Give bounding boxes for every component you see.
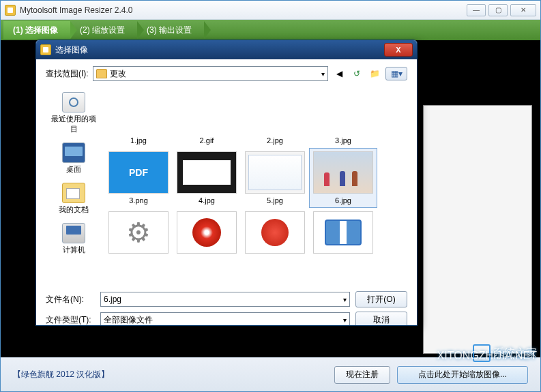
- step-3[interactable]: (3) 输出设置: [137, 21, 204, 39]
- dialog-titlebar[interactable]: 选择图像 X: [36, 40, 417, 59]
- places-bar: 最近使用的项目 桌面 我的文档 计算机: [46, 88, 102, 286]
- filetype-select[interactable]: 全部图像文件 ▾: [100, 312, 350, 326]
- step-toolbar: (1) 选择图像 (2) 缩放设置 (3) 输出设置: [1, 20, 540, 40]
- up-icon[interactable]: ↺: [350, 67, 364, 80]
- file-thumbnail: [108, 211, 169, 254]
- file-label: 1.jpg: [108, 136, 169, 145]
- file-item[interactable]: [241, 208, 309, 260]
- dropdown-icon[interactable]: ▾: [343, 296, 347, 303]
- app-title: Mytoolsoft Image Resizer 2.4.0: [20, 5, 467, 15]
- place-docs[interactable]: 我的文档: [49, 183, 98, 215]
- file-item[interactable]: [309, 208, 377, 260]
- dropdown-icon[interactable]: ▾: [343, 316, 347, 324]
- dialog-body: 查找范围(I): 更改 ▾ ◀ ↺ 📁 ▦▾ 最近使用的项目 桌面: [36, 59, 417, 286]
- step-1[interactable]: (1) 选择图像: [3, 21, 70, 39]
- file-grid: 1.jpg2.gif2.jpg3.jpg3.png4.jpg5.jpg6.jpg: [102, 88, 407, 260]
- folder-select[interactable]: 更改 ▾: [93, 66, 328, 81]
- file-thumbnail: [245, 91, 305, 134]
- file-thumbnail: [108, 151, 169, 194]
- documents-icon: [62, 183, 85, 203]
- file-thumbnail: [245, 211, 305, 254]
- file-area[interactable]: 1.jpg2.gif2.jpg3.jpg3.png4.jpg5.jpg6.jpg: [102, 88, 407, 286]
- file-thumbnail: [177, 91, 237, 134]
- close-button[interactable]: ✕: [510, 4, 536, 16]
- file-thumbnail: [245, 151, 305, 194]
- filetype-label: 文件类型(T):: [46, 314, 95, 326]
- open-button[interactable]: 打开(O): [355, 291, 407, 307]
- back-icon[interactable]: ◀: [332, 67, 346, 80]
- new-folder-icon[interactable]: 📁: [368, 67, 381, 80]
- file-label: 3.jpg: [312, 136, 374, 145]
- file-label: 6.jpg: [312, 196, 374, 205]
- file-thumbnail: [313, 211, 373, 254]
- folder-icon: [96, 69, 107, 78]
- filename-value: 6.jpg: [104, 295, 121, 304]
- computer-icon: [62, 223, 85, 243]
- file-label: 4.jpg: [176, 196, 237, 205]
- file-item[interactable]: [173, 208, 241, 260]
- dialog-bottom: 文件名(N): 6.jpg ▾ 打开(O) 文件类型(T): 全部图像文件 ▾ …: [36, 286, 417, 326]
- filename-label: 文件名(N):: [46, 294, 95, 305]
- maximize-button[interactable]: ▢: [488, 4, 508, 16]
- file-label: 2.jpg: [244, 136, 306, 145]
- place-computer[interactable]: 计算机: [49, 223, 98, 255]
- place-docs-label: 我的文档: [59, 205, 89, 215]
- place-desktop-label: 桌面: [66, 164, 81, 175]
- minimize-button[interactable]: —: [467, 4, 486, 16]
- folder-name: 更改: [110, 68, 126, 80]
- cancel-button[interactable]: 取消: [355, 312, 407, 326]
- file-thumbnail: [177, 211, 237, 254]
- file-thumbnail: [177, 151, 237, 194]
- file-label: 3.png: [108, 196, 169, 205]
- credits-link[interactable]: 【绿色旗舰 2012 汉化版】: [13, 369, 327, 380]
- bottom-bar: 【绿色旗舰 2012 汉化版】 现在注册 点击此处开始缩放图像...: [1, 357, 540, 391]
- file-item[interactable]: 1.jpg: [104, 88, 173, 148]
- filetype-value: 全部图像文件: [104, 314, 153, 326]
- look-in-label: 查找范围(I):: [46, 68, 89, 80]
- place-recent[interactable]: 最近使用的项目: [49, 92, 98, 134]
- view-menu-icon[interactable]: ▦▾: [385, 67, 407, 80]
- place-recent-label: 最近使用的项目: [49, 114, 98, 134]
- filename-row: 文件名(N): 6.jpg ▾ 打开(O): [46, 291, 407, 307]
- place-desktop[interactable]: 桌面: [49, 142, 98, 175]
- dialog-close-button[interactable]: X: [384, 43, 413, 57]
- right-panel: [423, 105, 532, 354]
- start-resize-button[interactable]: 点击此处开始缩放图像...: [397, 366, 528, 384]
- app-icon: [5, 5, 16, 16]
- recent-icon: [62, 92, 85, 112]
- dialog-title: 选择图像: [55, 44, 384, 56]
- file-thumbnail: [313, 91, 373, 134]
- file-item[interactable]: 6.jpg: [309, 148, 377, 208]
- file-item[interactable]: 3.jpg: [309, 88, 377, 148]
- titlebar[interactable]: Mytoolsoft Image Resizer 2.4.0 — ▢ ✕: [1, 1, 540, 20]
- file-item[interactable]: 3.png: [104, 148, 173, 208]
- look-in-row: 查找范围(I): 更改 ▾ ◀ ↺ 📁 ▦▾: [46, 66, 407, 81]
- file-item[interactable]: 2.jpg: [241, 88, 309, 148]
- window-buttons: — ▢ ✕: [467, 4, 536, 16]
- file-label: 2.gif: [176, 136, 237, 145]
- file-open-dialog: 选择图像 X 查找范围(I): 更改 ▾ ◀ ↺ 📁 ▦▾ 最近使用的项目: [35, 40, 418, 326]
- step-2[interactable]: (2) 缩放设置: [70, 21, 137, 39]
- file-item[interactable]: [104, 208, 173, 260]
- dialog-icon: [40, 44, 51, 55]
- filename-input[interactable]: 6.jpg ▾: [100, 292, 350, 307]
- watermark-sub: XITONGZHIJIA.NET: [437, 350, 537, 362]
- file-item[interactable]: 4.jpg: [173, 148, 241, 208]
- file-label: 5.jpg: [244, 196, 306, 205]
- dialog-main: 最近使用的项目 桌面 我的文档 计算机 1.jpg2.gif2.jpg3.jpg…: [46, 88, 407, 286]
- desktop-icon: [62, 142, 85, 163]
- file-item[interactable]: 5.jpg: [241, 148, 309, 208]
- file-item[interactable]: 2.gif: [173, 88, 241, 148]
- dropdown-icon: ▾: [321, 70, 325, 78]
- place-computer-label: 计算机: [63, 245, 85, 255]
- register-button[interactable]: 现在注册: [334, 366, 390, 384]
- filetype-row: 文件类型(T): 全部图像文件 ▾ 取消: [46, 312, 407, 326]
- file-thumbnail: [313, 151, 373, 194]
- file-thumbnail: [108, 91, 169, 134]
